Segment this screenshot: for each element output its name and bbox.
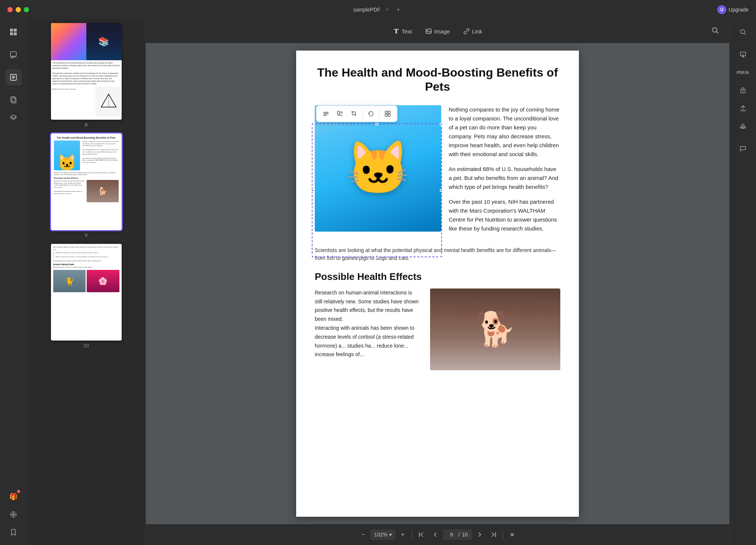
sidebar-edit-icon[interactable] xyxy=(5,46,22,63)
svg-rect-26 xyxy=(323,113,329,114)
user-avatar: U xyxy=(717,5,726,14)
sidebar-bookmark-icon[interactable] xyxy=(5,524,22,541)
zoom-chevron: ▾ xyxy=(389,532,392,538)
dog-emoji: 🐕 xyxy=(474,310,516,349)
svg-rect-2 xyxy=(10,32,13,35)
link-tool-button[interactable]: Link xyxy=(457,25,488,38)
image-icon xyxy=(425,28,432,35)
sidebar-pages-icon[interactable] xyxy=(5,92,22,108)
thumb8-triangle-img xyxy=(96,87,122,116)
titlebar-right: U Upgrade xyxy=(717,5,749,14)
thumb8-colorful-img xyxy=(51,23,86,60)
thumbnail-number-9: 9 xyxy=(85,232,87,238)
svg-rect-4 xyxy=(10,52,16,56)
search-toolbar-button[interactable] xyxy=(708,24,722,39)
handle-bottom-mid[interactable] xyxy=(375,255,378,258)
pdfa-label: PDF/A xyxy=(737,70,749,75)
handle-top-right[interactable] xyxy=(440,123,443,126)
main-area: 🎁 📚 This xyxy=(0,19,756,545)
page-nav-controls: / 10 xyxy=(414,528,500,541)
first-page-button[interactable] xyxy=(414,528,428,541)
handle-top-mid[interactable] xyxy=(375,123,378,126)
maximize-window-button[interactable] xyxy=(24,7,29,12)
next-page-button[interactable] xyxy=(473,528,486,541)
upgrade-button[interactable]: U Upgrade xyxy=(717,5,749,14)
thumbnail-panel[interactable]: 📚 This experiment can be reproduced and … xyxy=(27,19,146,545)
right-stamp-icon[interactable] xyxy=(735,118,751,134)
svg-rect-32 xyxy=(385,111,387,113)
search-icon xyxy=(739,28,747,36)
svg-rect-0 xyxy=(10,29,13,32)
svg-line-24 xyxy=(717,32,718,33)
text-icon xyxy=(393,28,400,35)
section-title: Possible Health Effects xyxy=(315,271,560,283)
svg-rect-35 xyxy=(388,114,390,116)
img-tool-align[interactable] xyxy=(320,108,332,120)
last-page-button[interactable] xyxy=(487,528,500,541)
text-tool-button[interactable]: Text xyxy=(387,25,418,38)
right-share-icon[interactable] xyxy=(735,100,751,116)
handle-mid-right[interactable] xyxy=(440,189,443,192)
zoom-in-button[interactable]: + xyxy=(396,528,410,541)
sidebar-divider-3 xyxy=(8,88,19,89)
stamp-icon xyxy=(739,122,747,130)
svg-rect-1 xyxy=(14,29,17,32)
zoom-controls: − 102% ▾ + xyxy=(356,528,410,541)
pdf-bottom-bar: − 102% ▾ + xyxy=(146,524,729,545)
sidebar-layers-icon[interactable] xyxy=(5,110,22,126)
handle-mid-left[interactable] xyxy=(311,189,314,192)
sidebar-layers2-icon[interactable] xyxy=(5,506,22,523)
content-text: Nothing compares to the joy of coming ho… xyxy=(449,105,560,239)
image-tool-button[interactable]: Image xyxy=(419,25,456,38)
svg-point-43 xyxy=(742,91,743,92)
zoom-display[interactable]: 102% ▾ xyxy=(371,529,395,540)
img-tool-replace[interactable] xyxy=(365,108,377,120)
thumb9-dog-img: 🐕 xyxy=(87,180,119,202)
right-divider-1 xyxy=(737,43,749,43)
body-paragraph-2: Interacting with animals has been shown … xyxy=(315,324,419,359)
add-tab-button[interactable]: + xyxy=(394,5,403,14)
text-tool-label: Text xyxy=(402,28,412,35)
img-tool-crop[interactable] xyxy=(348,108,360,120)
minimize-window-button[interactable] xyxy=(16,7,21,12)
right-search-icon[interactable] xyxy=(735,24,751,40)
right-import-icon[interactable] xyxy=(735,46,751,63)
sidebar-annotate-icon[interactable] xyxy=(5,69,22,86)
zoom-out-button[interactable]: − xyxy=(356,528,370,541)
thumb9-content: The Health and Mood-Boosting Benefits of… xyxy=(51,133,122,205)
next-page-icon xyxy=(477,532,483,538)
prev-page-button[interactable] xyxy=(429,528,442,541)
tab-label[interactable]: samplePDF xyxy=(353,7,380,13)
svg-rect-11 xyxy=(11,97,15,102)
current-page-input[interactable] xyxy=(447,532,456,538)
handle-top-left[interactable] xyxy=(311,123,314,126)
handle-bottom-left[interactable] xyxy=(311,255,314,258)
right-pdfa-icon[interactable]: PDF/A xyxy=(735,64,751,81)
image-selection-overlay[interactable] xyxy=(312,123,442,257)
pdf-content-area[interactable]: The Health and Mood-Boosting Benefits of… xyxy=(146,43,729,524)
share-icon xyxy=(739,104,747,112)
svg-rect-34 xyxy=(385,114,387,116)
thumbnail-page-10[interactable]: With a healthy, balanced variety of pets… xyxy=(31,244,142,348)
img-tool-separator xyxy=(362,109,363,118)
secure-icon xyxy=(739,87,747,94)
bottom-content-row: Research on human-animal interactions is… xyxy=(315,288,560,370)
img-tool-wrap[interactable] xyxy=(334,108,346,120)
sidebar-gift-icon[interactable]: 🎁 xyxy=(5,488,22,505)
svg-rect-27 xyxy=(323,115,327,116)
page-title: The Health and Mood-Boosting Benefits of… xyxy=(315,65,560,94)
zoom-value: 102% xyxy=(374,532,388,538)
close-bottom-button[interactable]: ✕ xyxy=(505,528,519,541)
thumbnail-page-8[interactable]: 📚 This experiment can be reproduced and … xyxy=(31,23,142,128)
img-tool-more[interactable] xyxy=(382,108,394,120)
sidebar-thumbnail-icon[interactable] xyxy=(5,24,22,40)
thumbnail-page-9[interactable]: The Health and Mood-Boosting Benefits of… xyxy=(31,133,142,238)
right-secure-icon[interactable] xyxy=(735,82,751,99)
tab-close-button[interactable]: × xyxy=(384,7,390,13)
right-chat-icon[interactable] xyxy=(735,141,751,157)
handle-bottom-right[interactable] xyxy=(440,255,443,258)
image-floating-toolbar xyxy=(316,106,397,122)
bottom-separator-2 xyxy=(503,530,503,539)
close-window-button[interactable] xyxy=(7,7,13,12)
svg-rect-33 xyxy=(388,111,390,113)
